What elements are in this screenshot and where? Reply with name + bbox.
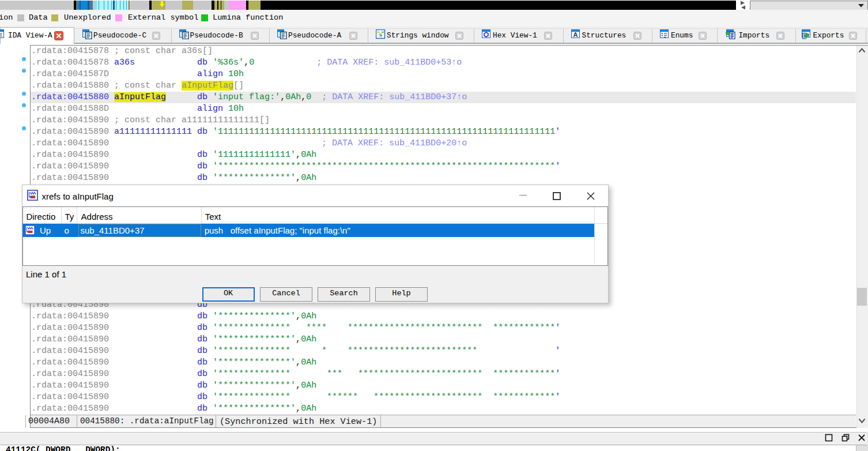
svg-text:s: s bbox=[379, 30, 382, 39]
svg-text:A: A bbox=[573, 31, 578, 38]
